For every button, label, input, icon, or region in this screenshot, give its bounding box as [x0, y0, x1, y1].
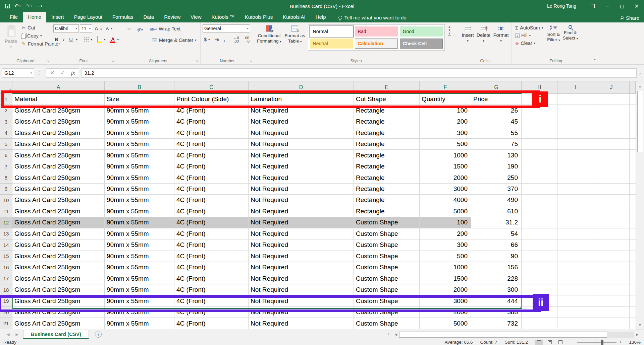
cell-B13[interactable]: 90mm x 55mm: [105, 228, 174, 239]
cell-D19[interactable]: Not Required: [249, 295, 354, 306]
ribbon-tab-kutools-ai[interactable]: Kutools AI: [278, 12, 311, 22]
row-header-20[interactable]: 20: [0, 307, 12, 318]
row-header-19[interactable]: 19: [0, 295, 12, 306]
cell-D4[interactable]: Not Required: [249, 127, 354, 138]
page-break-view-button[interactable]: [557, 340, 564, 345]
row-header-6[interactable]: 6: [0, 150, 12, 161]
cell-D9[interactable]: Not Required: [249, 184, 354, 195]
cell-I19[interactable]: [557, 295, 593, 306]
cell-B9[interactable]: 90mm x 55mm: [105, 184, 174, 195]
cell-B16[interactable]: 90mm x 55mm: [105, 262, 174, 273]
cell-E3[interactable]: Rectangle: [354, 116, 420, 127]
cell-D18[interactable]: Not Required: [249, 284, 354, 295]
cell-E1[interactable]: Cut Shape: [354, 94, 420, 105]
cell-F7[interactable]: 1500: [420, 161, 471, 172]
column-header-g[interactable]: G: [471, 81, 522, 94]
cell-E16[interactable]: Custom Shape: [354, 262, 420, 273]
row-header-16[interactable]: 16: [0, 262, 12, 273]
cell-E9[interactable]: Rectangle: [354, 184, 420, 195]
cell-I16[interactable]: [557, 262, 593, 273]
sheet-nav-right-icon[interactable]: ▶: [15, 332, 18, 337]
cell-A2[interactable]: Gloss Art Card 250gsm: [12, 105, 105, 116]
autosum-button[interactable]: ΣAutoSum▾: [514, 24, 544, 31]
cell-B6[interactable]: 90mm x 55mm: [105, 150, 174, 161]
cell-F5[interactable]: 500: [420, 139, 471, 150]
formula-bar-splitter[interactable]: ⋮: [38, 70, 42, 75]
sort-filter-button[interactable]: AZ Sort &Filter ▾: [547, 24, 560, 47]
tell-me-box[interactable]: Tell me what you want to do: [338, 15, 407, 22]
row-header-7[interactable]: 7: [0, 161, 12, 172]
column-header-c[interactable]: C: [174, 81, 249, 94]
font-size-combo[interactable]: 11▾: [80, 24, 93, 32]
cell-J21[interactable]: [593, 318, 630, 329]
cell-style-calculation[interactable]: Calculation: [355, 39, 398, 49]
name-box-dropdown-icon[interactable]: ▾: [30, 71, 32, 75]
cell-A19[interactable]: Gloss Art Card 250gsm: [12, 295, 105, 306]
scroll-up-icon[interactable]: ▲: [636, 81, 644, 91]
cell-D15[interactable]: Not Required: [249, 251, 354, 262]
cell-C10[interactable]: 4C (Front): [174, 195, 249, 206]
cell-E4[interactable]: Rectangle: [354, 127, 420, 138]
cell-B3[interactable]: 90mm x 55mm: [105, 116, 174, 127]
cell-C7[interactable]: 4C (Front): [174, 161, 249, 172]
decrease-decimal-button[interactable]: .00→0: [243, 36, 251, 44]
cell-I8[interactable]: [557, 172, 593, 183]
column-header-a[interactable]: A: [12, 81, 105, 94]
cell-C20[interactable]: 4C (Front): [174, 307, 249, 318]
cell-C14[interactable]: 4C (Front): [174, 239, 249, 251]
new-sheet-button[interactable]: +: [95, 331, 102, 338]
cell-A18[interactable]: Gloss Art Card 250gsm: [12, 284, 105, 295]
cell-I17[interactable]: [557, 273, 593, 284]
cell-A20[interactable]: Gloss Art Card 250gsm: [12, 307, 105, 318]
row-header-4[interactable]: 4: [0, 127, 12, 138]
cell-D8[interactable]: Not Required: [249, 172, 354, 183]
cell-D13[interactable]: Not Required: [249, 228, 354, 239]
cell-J18[interactable]: [593, 284, 630, 295]
ribbon-tab-kutools[interactable]: Kutools ™: [207, 12, 240, 22]
accounting-format-button[interactable]: $▾: [203, 36, 211, 43]
cell-C16[interactable]: 4C (Front): [174, 262, 249, 273]
cell-D7[interactable]: Not Required: [249, 161, 354, 172]
cell-C21[interactable]: 4C (Front): [174, 318, 249, 329]
cell-A8[interactable]: Gloss Art Card 250gsm: [12, 172, 105, 183]
cell-B20[interactable]: 90mm x 55mm: [105, 307, 174, 318]
ribbon-tab-review[interactable]: Review: [159, 12, 185, 22]
format-as-table-button[interactable]: Format asTable ▾: [284, 24, 306, 45]
row-header-3[interactable]: 3: [0, 116, 12, 127]
row-header-2[interactable]: 2: [0, 105, 12, 116]
cell-E20[interactable]: Custom Shape: [354, 307, 420, 318]
comma-style-button[interactable]: ,: [222, 36, 226, 43]
cell-style-normal[interactable]: Normal: [310, 26, 353, 37]
cell-H4[interactable]: [522, 127, 557, 138]
cell-C1[interactable]: Print Colour (Side): [174, 94, 249, 105]
page-layout-view-button[interactable]: [546, 340, 553, 345]
cell-A13[interactable]: Gloss Art Card 250gsm: [12, 228, 105, 239]
minimize-button[interactable]: [600, 0, 614, 12]
merge-center-button[interactable]: ↔Merge & Center▾: [151, 37, 198, 44]
cell-F12[interactable]: 100: [420, 217, 471, 228]
cell-B14[interactable]: 90mm x 55mm: [105, 239, 174, 251]
expand-formula-bar-icon[interactable]: ⌄: [638, 71, 641, 75]
cell-I3[interactable]: [557, 116, 593, 127]
cell-C17[interactable]: 4C (Front): [174, 273, 249, 284]
vertical-scrollbar[interactable]: ▲ ▼: [636, 81, 644, 330]
cell-I21[interactable]: [557, 318, 593, 329]
cell-B5[interactable]: 90mm x 55mm: [105, 139, 174, 150]
cell-A21[interactable]: Gloss Art Card 250gsm: [12, 318, 105, 329]
number-format-combo[interactable]: General▾: [203, 24, 250, 32]
align-center-button[interactable]: [123, 39, 127, 41]
gallery-more-icon[interactable]: ▼: [448, 32, 451, 36]
row-header-14[interactable]: 14: [0, 239, 12, 251]
cell-I10[interactable]: [557, 195, 593, 206]
cell-B21[interactable]: 90mm x 55mm: [105, 318, 174, 329]
cell-A7[interactable]: Gloss Art Card 250gsm: [12, 161, 105, 172]
cell-E6[interactable]: Rectangle: [354, 150, 420, 161]
cell-A9[interactable]: Gloss Art Card 250gsm: [12, 184, 105, 195]
cell-H21[interactable]: [522, 318, 557, 329]
cell-F1[interactable]: Quantity: [420, 94, 471, 105]
name-box[interactable]: G12 ▾: [2, 68, 34, 78]
cell-G10[interactable]: 490: [471, 195, 522, 206]
zoom-slider[interactable]: [577, 342, 616, 343]
cell-I12[interactable]: [557, 217, 593, 228]
cell-G3[interactable]: 45: [471, 116, 522, 127]
